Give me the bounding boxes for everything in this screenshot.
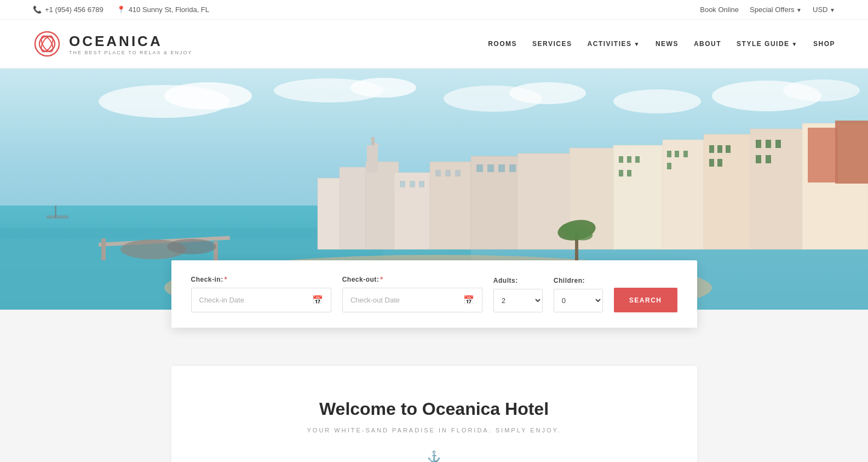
adults-label: Adults:: [493, 277, 543, 284]
svg-rect-55: [667, 163, 671, 169]
svg-rect-54: [683, 151, 688, 157]
nav-activities[interactable]: ACTIVITIES ▼: [587, 40, 640, 48]
checkout-calendar-icon: 📅: [463, 295, 474, 305]
svg-rect-60: [717, 159, 722, 167]
svg-point-6: [164, 82, 252, 110]
svg-rect-32: [419, 181, 424, 187]
top-bar: 📞 +1 (954) 456 6789 📍 410 Sunny St, Flor…: [0, 0, 868, 20]
checkout-field: Check-out:* Check-out Date 📅: [342, 276, 482, 312]
checkout-label: Check-out:*: [342, 276, 482, 283]
svg-rect-52: [667, 151, 671, 157]
nav-shop[interactable]: SHOP: [813, 40, 835, 48]
welcome-title: Welcome to Oceanica Hotel: [193, 399, 675, 419]
currency-dropdown-arrow: ▼: [830, 7, 835, 13]
children-field: Children: 0 1 2 3: [554, 277, 603, 312]
svg-point-13: [783, 79, 860, 101]
site-header: OCEANICA THE BEST PLACE TO RELAX & ENJOY…: [0, 20, 868, 69]
svg-rect-62: [766, 140, 771, 148]
special-offers-link[interactable]: Special Offers ▼: [750, 5, 802, 14]
svg-rect-57: [717, 145, 722, 153]
welcome-subtitle: YOUR WHITE-SAND PARADISE IN FLORIDA. SIM…: [193, 427, 675, 434]
svg-rect-47: [619, 156, 623, 163]
checkin-label: Check-in:*: [191, 276, 331, 283]
svg-rect-30: [400, 181, 405, 187]
svg-rect-36: [476, 164, 483, 172]
svg-rect-50: [619, 170, 623, 176]
nav-rooms[interactable]: ROOMS: [488, 40, 517, 48]
checkin-field: Check-in:* Check-in Date 📅: [191, 276, 331, 312]
svg-rect-26: [371, 137, 375, 145]
top-bar-right: Book Online Special Offers ▼ USD ▼: [700, 5, 835, 14]
svg-rect-76: [55, 206, 56, 218]
search-bar: Check-in:* Check-in Date 📅 Check-out:* C…: [171, 260, 697, 328]
book-online-link[interactable]: Book Online: [700, 5, 739, 14]
checkout-input[interactable]: Check-out Date 📅: [342, 288, 482, 312]
address-text: 410 Sunny St, Florida, FL: [129, 5, 209, 14]
activities-dropdown-arrow: ▼: [634, 41, 640, 47]
svg-rect-53: [675, 151, 679, 157]
svg-rect-65: [766, 155, 771, 163]
checkout-required: *: [380, 276, 383, 283]
top-bar-left: 📞 +1 (954) 456 6789 📍 410 Sunny St, Flor…: [33, 5, 209, 14]
svg-point-0: [35, 32, 59, 56]
adults-field: Adults: 1 2 3 4: [493, 277, 543, 312]
svg-rect-39: [509, 164, 516, 172]
svg-rect-51: [627, 170, 631, 176]
svg-rect-38: [498, 164, 505, 172]
phone-number: +1 (954) 456 6789: [45, 5, 104, 14]
logo-name: OCEANICA: [69, 33, 193, 50]
search-button[interactable]: SEARCH: [614, 288, 677, 312]
welcome-section: Welcome to Oceanica Hotel YOUR WHITE-SAN…: [171, 366, 697, 462]
logo-tagline: THE BEST PLACE TO RELAX & ENJOY: [69, 50, 193, 55]
svg-rect-22: [340, 167, 370, 249]
logo[interactable]: OCEANICA THE BEST PLACE TO RELAX & ENJOY: [33, 30, 193, 58]
svg-rect-67: [835, 121, 868, 184]
nav-news[interactable]: NEWS: [656, 40, 679, 48]
location-icon: 📍: [117, 5, 125, 14]
svg-rect-31: [410, 181, 415, 187]
adults-select[interactable]: 1 2 3 4: [493, 289, 543, 312]
svg-point-10: [509, 82, 586, 104]
svg-rect-63: [775, 140, 781, 148]
svg-rect-33: [435, 170, 441, 176]
svg-rect-48: [627, 156, 631, 163]
anchor-icon: ⚓: [427, 450, 441, 462]
checkin-calendar-icon: 📅: [312, 295, 323, 305]
checkin-required: *: [225, 276, 227, 283]
svg-rect-34: [445, 170, 451, 176]
svg-rect-49: [635, 156, 640, 163]
svg-rect-37: [487, 164, 494, 172]
svg-point-78: [167, 239, 216, 254]
special-offers-dropdown-arrow: ▼: [796, 7, 802, 13]
svg-rect-19: [101, 238, 106, 260]
svg-rect-59: [709, 159, 714, 167]
svg-rect-66: [808, 128, 838, 182]
checkout-placeholder: Check-out Date: [350, 296, 400, 304]
logo-icon: [33, 30, 61, 58]
svg-point-8: [350, 78, 416, 98]
checkin-input[interactable]: Check-in Date 📅: [191, 288, 331, 312]
children-label: Children:: [554, 277, 603, 284]
svg-rect-24: [367, 145, 378, 173]
svg-rect-21: [318, 178, 342, 249]
address-item: 📍 410 Sunny St, Florida, FL: [117, 5, 209, 14]
nav-about[interactable]: ABOUT: [694, 40, 721, 48]
svg-rect-23: [366, 162, 399, 249]
svg-rect-75: [47, 215, 68, 219]
svg-rect-64: [756, 155, 761, 163]
svg-point-11: [613, 89, 701, 113]
nav-style-guide[interactable]: STYLE GUIDE ▼: [737, 40, 798, 48]
logo-text-group: OCEANICA THE BEST PLACE TO RELAX & ENJOY: [69, 33, 193, 55]
svg-rect-58: [726, 145, 731, 153]
svg-rect-56: [709, 145, 714, 153]
currency-selector[interactable]: USD ▼: [813, 5, 835, 14]
nav-services[interactable]: SERVICES: [532, 40, 572, 48]
children-select[interactable]: 0 1 2 3: [554, 289, 603, 312]
svg-rect-35: [455, 170, 461, 176]
phone-item: 📞 +1 (954) 456 6789: [33, 5, 104, 14]
welcome-divider: ⚓: [418, 450, 451, 462]
svg-rect-61: [756, 140, 761, 148]
checkin-placeholder: Check-in Date: [199, 296, 244, 304]
style-guide-dropdown-arrow: ▼: [792, 41, 798, 47]
main-nav: ROOMS SERVICES ACTIVITIES ▼ NEWS ABOUT S…: [488, 40, 835, 48]
